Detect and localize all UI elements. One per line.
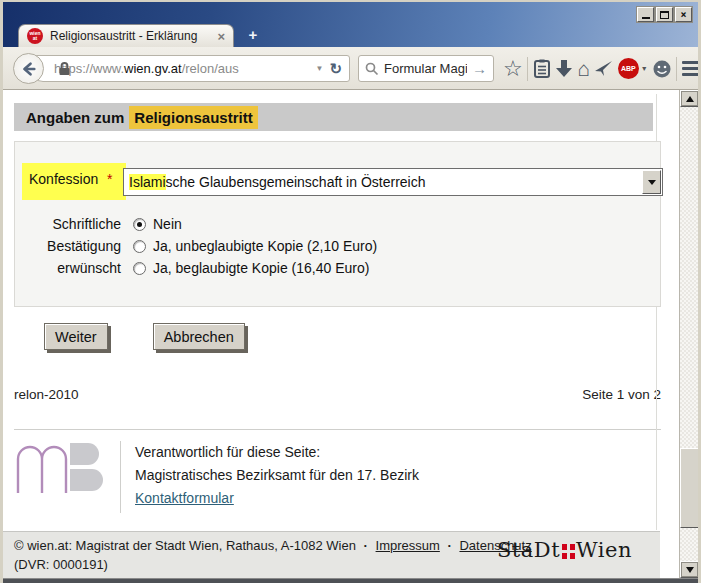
radio-option-unbeglaubigt[interactable]: Ja, unbeglaubigte Kopie (2,10 Euro): [133, 235, 377, 257]
back-button[interactable]: [13, 53, 44, 84]
form-meta-row: relon-2010 Seite 1 von 2: [14, 387, 661, 402]
search-go-icon[interactable]: →: [472, 60, 487, 77]
url-text: https://www.wien.gv.at/relon/aus: [54, 61, 310, 76]
button-row: Weiter Abbrechen: [14, 323, 679, 350]
minimize-button[interactable]: [637, 7, 654, 22]
url-dropdown-icon[interactable]: ▼: [316, 64, 324, 73]
heading-highlight: Religionsaustritt: [129, 106, 257, 129]
toolbar-separator: [527, 57, 528, 81]
required-asterisk: *: [107, 171, 112, 187]
wien-at-favicon-icon: wienat: [27, 28, 43, 44]
adblock-button[interactable]: ABP ▼: [618, 58, 648, 79]
search-input[interactable]: Formular Magi →: [358, 55, 494, 82]
abbrechen-button[interactable]: Abbrechen: [153, 323, 245, 350]
tab-close-icon[interactable]: ×: [217, 30, 225, 43]
impressum-link[interactable]: Impressum: [376, 538, 440, 553]
page-viewport: Angaben zum Religionsaustritt Konfession…: [3, 90, 698, 578]
vertical-scrollbar[interactable]: [679, 90, 698, 578]
separator-dot: ·: [443, 538, 455, 553]
wien-shield-icon: [562, 544, 575, 559]
feedback-smiley-icon[interactable]: [652, 59, 672, 79]
url-bar[interactable]: https://www.wien.gv.at/relon/aus ▼ ↻: [29, 55, 350, 82]
toolbar-separator: [676, 57, 677, 81]
responsible-block: Verantwortlich für diese Seite: Magistra…: [14, 439, 679, 513]
scroll-down-button[interactable]: [680, 561, 699, 578]
radio-option-beglaubigt[interactable]: Ja, beglaubigte Kopie (16,40 Euro): [133, 257, 377, 279]
radio-option-nein[interactable]: Nein: [133, 213, 377, 235]
kontaktformular-link[interactable]: Kontaktformular: [135, 490, 234, 506]
scrollbar-thumb[interactable]: [680, 448, 699, 528]
new-tab-button[interactable]: +: [240, 25, 266, 44]
adblock-icon: ABP: [618, 58, 639, 79]
send-page-icon[interactable]: [594, 60, 613, 78]
toolbar-icons: ☆ ⌂: [501, 47, 701, 90]
radio-icon[interactable]: [133, 218, 146, 231]
divider: [14, 429, 661, 430]
confirmation-group: Schriftliche Bestätigung erwünscht Nein: [15, 213, 660, 279]
select-caret-icon: [648, 180, 656, 185]
page-indicator: Seite 1 von 2: [582, 387, 661, 402]
bookmarks-menu-icon[interactable]: [533, 59, 551, 79]
responsible-line2: Magistratisches Bezirksamt für den 17. B…: [135, 464, 419, 487]
stadt-wien-logo: StaDt Wien: [497, 538, 632, 562]
page-footer: © wien.at: Magistrat der Stadt Wien, Rat…: [3, 531, 660, 578]
scroll-up-icon: [686, 96, 694, 102]
responsible-line1: Verantwortlich für diese Seite:: [135, 441, 419, 464]
radio-icon[interactable]: [133, 240, 146, 253]
copyright-text: © wien.at: Magistrat der Stadt Wien, Rat…: [14, 538, 356, 553]
browser-window: × wienat Religionsaustritt - Erklärung ×…: [0, 0, 701, 583]
reload-icon[interactable]: ↻: [329, 60, 342, 78]
close-button[interactable]: ×: [675, 7, 692, 22]
scroll-up-button[interactable]: [680, 90, 699, 107]
konfession-row: Konfession * Islamische Glaubensgemeinsc…: [15, 168, 660, 196]
home-icon[interactable]: ⌂: [577, 58, 590, 79]
konfession-label: Konfession: [29, 171, 98, 187]
konfession-select[interactable]: Islamische Glaubensgemeinschaft in Öster…: [123, 168, 663, 196]
heading-text: Angaben zum: [26, 109, 124, 126]
window-controls: ×: [637, 7, 692, 22]
radio-icon[interactable]: [133, 262, 146, 275]
adblock-caret-icon: ▼: [641, 65, 648, 72]
form-panel: Konfession * Islamische Glaubensgemeinsc…: [14, 141, 661, 307]
scroll-down-icon: [686, 567, 694, 573]
minimize-icon: [642, 17, 650, 19]
downloads-icon[interactable]: [555, 59, 573, 78]
search-value: Formular Magi: [384, 61, 467, 76]
confirmation-caption: Schriftliche Bestätigung erwünscht: [15, 213, 121, 279]
navigation-toolbar: https://www.wien.gv.at/relon/aus ▼ ↻ For…: [3, 47, 698, 90]
tab-religionsaustritt[interactable]: wienat Religionsaustritt - Erklärung ×: [18, 24, 234, 47]
divider: [120, 441, 121, 513]
menu-hamburger-icon[interactable]: [682, 61, 699, 76]
tab-title: Religionsaustritt - Erklärung: [50, 29, 210, 43]
lock-icon: [58, 62, 71, 76]
search-icon: [365, 62, 379, 76]
window-close-icon: ×: [680, 9, 686, 20]
maximize-icon: [660, 11, 669, 19]
bookmark-star-icon[interactable]: ☆: [503, 58, 523, 80]
window-border: [0, 578, 701, 583]
titlebar: × wienat Religionsaustritt - Erklärung ×…: [3, 2, 698, 47]
weiter-button[interactable]: Weiter: [44, 323, 108, 350]
konfession-selected-value: Islamische Glaubensgemeinschaft in Öster…: [124, 174, 641, 190]
page-heading: Angaben zum Religionsaustritt: [14, 103, 653, 131]
select-dropdown-button[interactable]: [642, 170, 661, 194]
mb-bezirksamt-logo: [14, 439, 106, 495]
maximize-button[interactable]: [656, 7, 673, 22]
separator-dot: ·: [360, 538, 372, 553]
back-arrow-icon: [20, 60, 38, 78]
form-id: relon-2010: [14, 387, 79, 402]
